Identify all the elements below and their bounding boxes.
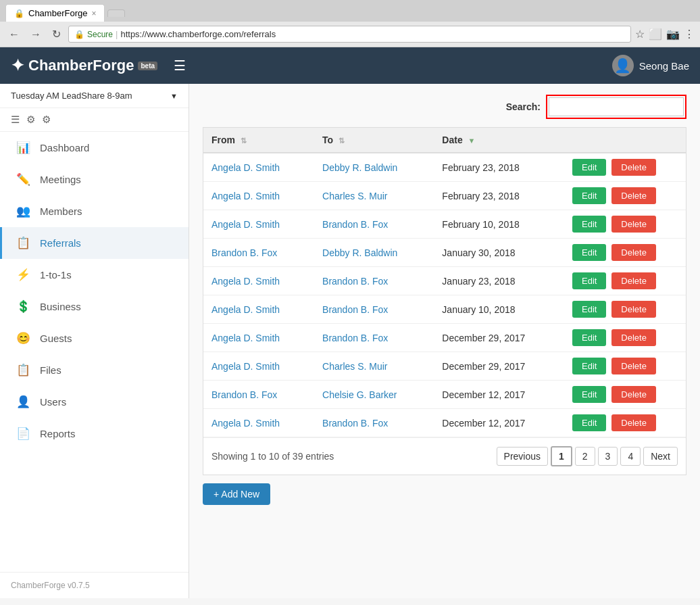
browser-nav: ← → ↻ 🔒 Secure | https://www.chamberforg… xyxy=(0,22,700,47)
date-cell: January 30, 2018 xyxy=(434,239,564,267)
sidebar-list-icon[interactable]: ☰ xyxy=(11,114,20,126)
edit-button[interactable]: Edit xyxy=(572,386,606,403)
sidebar-item-1to1s[interactable]: ⚡ 1-to-1s xyxy=(0,259,189,291)
edit-button[interactable]: Edit xyxy=(572,187,606,204)
group-name: Tuesday AM LeadShare 8-9am xyxy=(11,91,132,101)
inactive-tab[interactable] xyxy=(107,9,125,17)
from-link[interactable]: Angela D. Smith xyxy=(211,276,280,287)
group-selector[interactable]: Tuesday AM LeadShare 8-9am ▼ xyxy=(0,84,189,108)
delete-button[interactable]: Delete xyxy=(611,244,656,261)
sidebar-item-users[interactable]: 👤 Users xyxy=(0,386,189,418)
delete-button[interactable]: Delete xyxy=(611,216,656,233)
from-link[interactable]: Brandon B. Fox xyxy=(211,247,277,258)
sidebar-item-guests[interactable]: 😊 Guests xyxy=(0,322,189,354)
edit-button[interactable]: Edit xyxy=(572,358,606,374)
sidebar-footer: ChamberForge v0.7.5 xyxy=(0,572,189,598)
forward-button[interactable]: → xyxy=(27,27,45,42)
dashboard-icon: 📊 xyxy=(16,141,30,155)
cast-button[interactable]: ⬜ xyxy=(649,28,662,41)
col-from[interactable]: From ⇅ xyxy=(203,128,314,153)
to-link[interactable]: Chelsie G. Barker xyxy=(322,389,397,400)
screenshot-button[interactable]: 📷 xyxy=(666,28,680,41)
page-4-button[interactable]: 4 xyxy=(620,447,641,466)
to-link[interactable]: Debby R. Baldwin xyxy=(322,247,397,258)
col-date[interactable]: Date ▼ xyxy=(434,128,564,153)
to-link[interactable]: Brandon B. Fox xyxy=(322,418,388,429)
bookmark-button[interactable]: ☆ xyxy=(635,28,645,41)
sidebar-item-members[interactable]: 👥 Members xyxy=(0,195,189,227)
address-bar[interactable]: 🔒 Secure | https://www.chamberforge.com/… xyxy=(68,26,631,43)
to-link[interactable]: Charles S. Muir xyxy=(322,361,387,372)
date-cell: February 23, 2018 xyxy=(434,182,564,210)
page-2-button[interactable]: 2 xyxy=(575,447,595,466)
sidebar-settings-icon[interactable]: ⚙ xyxy=(26,114,35,126)
sidebar-item-referrals[interactable]: 📋 Referrals xyxy=(0,227,189,259)
col-to[interactable]: To ⇅ xyxy=(314,128,434,153)
top-nav: ✦ ChamberForge beta ☰ 👤 Seong Bae xyxy=(0,47,700,84)
hamburger-menu[interactable]: ☰ xyxy=(174,57,186,74)
page-3-button[interactable]: 3 xyxy=(598,447,618,466)
from-sort-icon: ⇅ xyxy=(241,137,247,145)
delete-button[interactable]: Delete xyxy=(611,159,656,176)
delete-button[interactable]: Delete xyxy=(611,414,656,431)
from-link[interactable]: Angela D. Smith xyxy=(211,304,280,315)
next-button[interactable]: Next xyxy=(643,447,678,466)
date-cell: December 12, 2017 xyxy=(434,409,564,437)
to-link[interactable]: Brandon B. Fox xyxy=(322,219,388,230)
delete-button[interactable]: Delete xyxy=(611,301,656,318)
to-link[interactable]: Charles S. Muir xyxy=(322,191,387,201)
to-cell: Brandon B. Fox xyxy=(314,324,434,352)
delete-button[interactable]: Delete xyxy=(611,358,656,374)
edit-button[interactable]: Edit xyxy=(572,244,606,261)
url-separator: | xyxy=(116,29,118,39)
version-text: ChamberForge v0.7.5 xyxy=(11,581,90,590)
from-link[interactable]: Angela D. Smith xyxy=(211,191,280,201)
edit-button[interactable]: Edit xyxy=(572,272,606,289)
to-link[interactable]: Debby R. Baldwin xyxy=(322,162,397,173)
from-link[interactable]: Brandon B. Fox xyxy=(211,389,277,400)
delete-button[interactable]: Delete xyxy=(611,187,656,204)
tab-title: ChamberForge xyxy=(28,8,87,18)
from-link[interactable]: Angela D. Smith xyxy=(211,361,280,372)
from-link[interactable]: Angela D. Smith xyxy=(211,333,280,343)
edit-button[interactable]: Edit xyxy=(572,216,606,233)
date-cell: December 29, 2017 xyxy=(434,352,564,381)
edit-button[interactable]: Edit xyxy=(572,159,606,176)
delete-button[interactable]: Delete xyxy=(611,272,656,289)
browser-tabs: 🔒 ChamberForge × xyxy=(0,0,700,22)
table-row: Angela D. Smith Brandon B. Fox January 1… xyxy=(203,295,686,324)
page-1-button[interactable]: 1 xyxy=(551,446,572,466)
to-link[interactable]: Brandon B. Fox xyxy=(322,304,388,315)
to-link[interactable]: Brandon B. Fox xyxy=(322,333,388,343)
reload-button[interactable]: ↻ xyxy=(49,26,64,42)
date-cell: February 10, 2018 xyxy=(434,210,564,239)
menu-button[interactable]: ⋮ xyxy=(684,28,695,41)
back-button[interactable]: ← xyxy=(5,27,23,42)
to-cell: Brandon B. Fox xyxy=(314,210,434,239)
active-tab[interactable]: 🔒 ChamberForge × xyxy=(5,4,105,22)
browser-chrome: 🔒 ChamberForge × ← → ↻ 🔒 Secure | https:… xyxy=(0,0,700,47)
from-link[interactable]: Angela D. Smith xyxy=(211,418,280,429)
sidebar-item-reports[interactable]: 📄 Reports xyxy=(0,418,189,450)
previous-button[interactable]: Previous xyxy=(497,447,548,466)
from-link[interactable]: Angela D. Smith xyxy=(211,219,280,230)
add-new-button[interactable]: + Add New xyxy=(203,483,270,505)
sidebar-config-icon[interactable]: ⚙ xyxy=(42,114,51,126)
to-link[interactable]: Brandon B. Fox xyxy=(322,276,388,287)
sidebar-item-business[interactable]: 💲 Business xyxy=(0,291,189,322)
from-link[interactable]: Angela D. Smith xyxy=(211,162,280,173)
delete-button[interactable]: Delete xyxy=(611,386,656,403)
sidebar-label-1to1s: 1-to-1s xyxy=(40,269,72,281)
sidebar-item-dashboard[interactable]: 📊 Dashboard xyxy=(0,132,189,164)
edit-button[interactable]: Edit xyxy=(572,301,606,318)
sidebar-item-meetings[interactable]: ✏️ Meetings xyxy=(0,164,189,195)
sidebar-item-files[interactable]: 📋 Files xyxy=(0,354,189,386)
tab-close-btn[interactable]: × xyxy=(91,9,96,18)
from-cell: Brandon B. Fox xyxy=(203,239,314,267)
search-input[interactable] xyxy=(549,97,684,116)
showing-text: Showing 1 to 10 of 39 entries xyxy=(211,451,334,462)
edit-button[interactable]: Edit xyxy=(572,329,606,346)
secure-indicator: 🔒 xyxy=(74,30,84,39)
delete-button[interactable]: Delete xyxy=(611,329,656,346)
edit-button[interactable]: Edit xyxy=(572,414,606,431)
